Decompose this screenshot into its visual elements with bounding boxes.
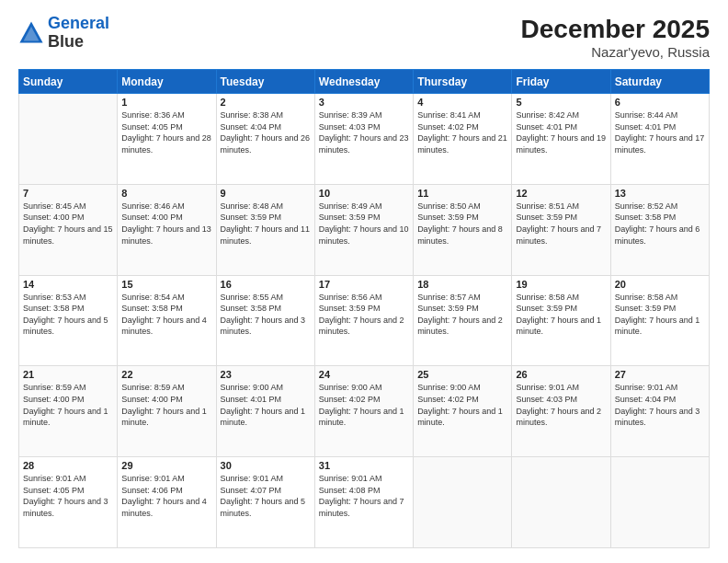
calendar-cell: 7Sunrise: 8:45 AMSunset: 4:00 PMDaylight… [19,184,118,275]
day-number: 16 [221,279,311,290]
calendar-cell: 8Sunrise: 8:46 AMSunset: 4:00 PMDaylight… [118,184,216,275]
day-number: 28 [23,460,113,471]
day-info: Sunrise: 9:01 AMSunset: 4:04 PMDaylight:… [615,382,705,428]
calendar-cell: 5Sunrise: 8:42 AMSunset: 4:01 PMDaylight… [512,94,610,185]
calendar-cell: 28Sunrise: 9:01 AMSunset: 4:05 PMDayligh… [19,457,118,548]
logo: General Blue [18,15,109,52]
day-info: Sunrise: 8:38 AMSunset: 4:04 PMDaylight:… [221,109,311,155]
calendar-header-sunday: Sunday [19,70,118,94]
calendar-header-monday: Monday [118,70,216,94]
calendar-cell: 9Sunrise: 8:48 AMSunset: 3:59 PMDaylight… [216,184,314,275]
logo-icon [18,20,44,46]
day-number: 31 [319,460,409,471]
day-info: Sunrise: 9:00 AMSunset: 4:01 PMDaylight:… [221,382,311,428]
calendar-cell: 29Sunrise: 9:01 AMSunset: 4:06 PMDayligh… [118,457,216,548]
day-number: 10 [319,188,409,199]
day-number: 17 [319,279,409,290]
day-number: 19 [516,279,606,290]
calendar-header-tuesday: Tuesday [216,70,314,94]
calendar-cell [610,457,709,548]
day-number: 27 [615,369,705,380]
calendar-cell: 1Sunrise: 8:36 AMSunset: 4:05 PMDaylight… [118,94,216,185]
day-info: Sunrise: 9:01 AMSunset: 4:07 PMDaylight:… [221,473,311,519]
calendar-cell: 27Sunrise: 9:01 AMSunset: 4:04 PMDayligh… [610,366,709,457]
calendar-header-wednesday: Wednesday [314,70,413,94]
page-title: December 2025 [521,15,710,44]
day-number: 7 [23,188,113,199]
calendar-header-friday: Friday [512,70,610,94]
day-info: Sunrise: 8:51 AMSunset: 3:59 PMDaylight:… [516,201,606,247]
day-info: Sunrise: 8:56 AMSunset: 3:59 PMDaylight:… [319,292,409,338]
calendar-cell [414,457,512,548]
header: General Blue December 2025 Nazar'yevo, R… [18,15,710,60]
logo-text: General Blue [48,15,109,52]
calendar-header-thursday: Thursday [414,70,512,94]
calendar-cell: 22Sunrise: 8:59 AMSunset: 4:00 PMDayligh… [118,366,216,457]
day-number: 29 [121,460,211,471]
calendar-cell: 18Sunrise: 8:57 AMSunset: 3:59 PMDayligh… [414,275,512,366]
calendar-cell: 30Sunrise: 9:01 AMSunset: 4:07 PMDayligh… [216,457,314,548]
day-number: 14 [23,279,113,290]
day-number: 9 [221,188,311,199]
day-number: 3 [319,97,409,108]
day-info: Sunrise: 8:52 AMSunset: 3:58 PMDaylight:… [615,201,705,247]
day-number: 13 [615,188,705,199]
calendar-cell: 11Sunrise: 8:50 AMSunset: 3:59 PMDayligh… [414,184,512,275]
day-info: Sunrise: 9:01 AMSunset: 4:06 PMDaylight:… [121,473,211,519]
calendar-cell: 15Sunrise: 8:54 AMSunset: 3:58 PMDayligh… [118,275,216,366]
calendar-week-1: 7Sunrise: 8:45 AMSunset: 4:00 PMDaylight… [19,184,710,275]
day-info: Sunrise: 8:41 AMSunset: 4:02 PMDaylight:… [417,109,507,155]
day-number: 1 [121,97,211,108]
day-number: 2 [221,97,311,108]
calendar-cell: 10Sunrise: 8:49 AMSunset: 3:59 PMDayligh… [314,184,413,275]
calendar-cell: 16Sunrise: 8:55 AMSunset: 3:58 PMDayligh… [216,275,314,366]
day-info: Sunrise: 8:46 AMSunset: 4:00 PMDaylight:… [121,201,211,247]
calendar-week-0: 1Sunrise: 8:36 AMSunset: 4:05 PMDaylight… [19,94,710,185]
day-info: Sunrise: 8:59 AMSunset: 4:00 PMDaylight:… [23,382,113,428]
calendar-cell: 19Sunrise: 8:58 AMSunset: 3:59 PMDayligh… [512,275,610,366]
day-info: Sunrise: 8:48 AMSunset: 3:59 PMDaylight:… [221,201,311,247]
day-info: Sunrise: 8:44 AMSunset: 4:01 PMDaylight:… [615,109,705,155]
day-number: 30 [221,460,311,471]
day-info: Sunrise: 9:00 AMSunset: 4:02 PMDaylight:… [417,382,507,428]
calendar-cell: 13Sunrise: 8:52 AMSunset: 3:58 PMDayligh… [610,184,709,275]
day-info: Sunrise: 8:57 AMSunset: 3:59 PMDaylight:… [417,292,507,338]
day-number: 22 [121,369,211,380]
calendar-week-3: 21Sunrise: 8:59 AMSunset: 4:00 PMDayligh… [19,366,710,457]
day-number: 11 [417,188,507,199]
day-info: Sunrise: 9:01 AMSunset: 4:05 PMDaylight:… [23,473,113,519]
day-info: Sunrise: 8:39 AMSunset: 4:03 PMDaylight:… [319,109,409,155]
day-number: 18 [417,279,507,290]
day-number: 5 [516,97,606,108]
calendar-cell: 31Sunrise: 9:01 AMSunset: 4:08 PMDayligh… [314,457,413,548]
calendar-table: SundayMondayTuesdayWednesdayThursdayFrid… [18,69,710,548]
day-number: 26 [516,369,606,380]
day-info: Sunrise: 9:01 AMSunset: 4:08 PMDaylight:… [319,473,409,519]
calendar-week-4: 28Sunrise: 9:01 AMSunset: 4:05 PMDayligh… [19,457,710,548]
day-number: 23 [221,369,311,380]
calendar-header-saturday: Saturday [610,70,709,94]
calendar-cell: 25Sunrise: 9:00 AMSunset: 4:02 PMDayligh… [414,366,512,457]
day-info: Sunrise: 8:55 AMSunset: 3:58 PMDaylight:… [221,292,311,338]
calendar-cell [512,457,610,548]
calendar-week-2: 14Sunrise: 8:53 AMSunset: 3:58 PMDayligh… [19,275,710,366]
day-number: 15 [121,279,211,290]
day-number: 24 [319,369,409,380]
day-info: Sunrise: 9:00 AMSunset: 4:02 PMDaylight:… [319,382,409,428]
calendar-cell [19,94,118,185]
day-number: 20 [615,279,705,290]
title-block: December 2025 Nazar'yevo, Russia [521,15,710,60]
calendar-cell: 14Sunrise: 8:53 AMSunset: 3:58 PMDayligh… [19,275,118,366]
day-info: Sunrise: 8:42 AMSunset: 4:01 PMDaylight:… [516,109,606,155]
calendar-cell: 24Sunrise: 9:00 AMSunset: 4:02 PMDayligh… [314,366,413,457]
day-number: 21 [23,369,113,380]
day-info: Sunrise: 8:54 AMSunset: 3:58 PMDaylight:… [121,292,211,338]
calendar-cell: 26Sunrise: 9:01 AMSunset: 4:03 PMDayligh… [512,366,610,457]
day-info: Sunrise: 8:59 AMSunset: 4:00 PMDaylight:… [121,382,211,428]
calendar-cell: 3Sunrise: 8:39 AMSunset: 4:03 PMDaylight… [314,94,413,185]
calendar-cell: 4Sunrise: 8:41 AMSunset: 4:02 PMDaylight… [414,94,512,185]
calendar-cell: 21Sunrise: 8:59 AMSunset: 4:00 PMDayligh… [19,366,118,457]
calendar-cell: 23Sunrise: 9:00 AMSunset: 4:01 PMDayligh… [216,366,314,457]
day-number: 25 [417,369,507,380]
calendar-cell: 12Sunrise: 8:51 AMSunset: 3:59 PMDayligh… [512,184,610,275]
